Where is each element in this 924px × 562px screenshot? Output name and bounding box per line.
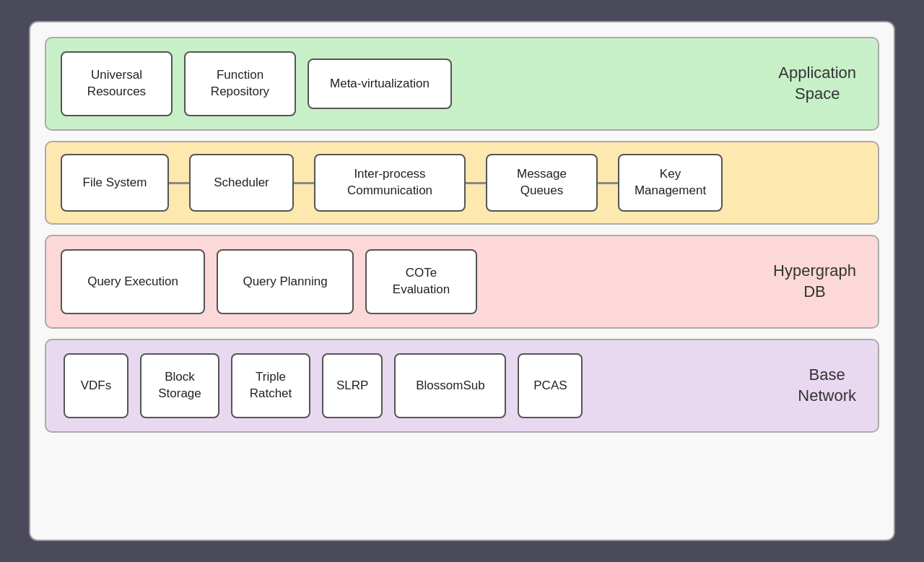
query-planning-box: Query Planning: [217, 249, 354, 314]
file-system-box: File System: [61, 154, 169, 212]
application-space-label: ApplicationSpace: [778, 63, 856, 104]
slrp-box: SLRP: [322, 353, 383, 418]
cote-evaluation-box: COTe Evaluation: [365, 249, 477, 314]
key-management-box: Key Management: [618, 154, 723, 212]
separator-3: [466, 182, 486, 184]
main-diagram: Universal Resources Function Repository …: [29, 21, 895, 541]
scheduler-box: Scheduler: [189, 154, 294, 212]
separator-1: [169, 182, 189, 184]
base-network-layer: VDFs Block Storage Triple Ratchet SLRP B…: [45, 339, 879, 433]
function-repository-box: Function Repository: [184, 51, 296, 116]
block-storage-box: Block Storage: [140, 353, 219, 418]
triple-ratchet-box: Triple Ratchet: [231, 353, 310, 418]
vdfs-box: VDFs: [64, 353, 128, 418]
universal-resources-box: Universal Resources: [61, 51, 173, 116]
base-network-label: BaseNetwork: [798, 365, 856, 406]
meta-virtualization-box: Meta-virtualization: [308, 59, 452, 109]
query-execution-box: Query Execution: [61, 249, 205, 314]
hypergraph-db-layer: Query Execution Query Planning COTe Eval…: [45, 235, 879, 329]
pcas-box: PCAS: [518, 353, 583, 418]
separator-2: [294, 182, 314, 184]
blossomsub-box: BlossomSub: [394, 353, 506, 418]
message-queues-box: Message Queues: [486, 154, 598, 212]
os-layer: File System Scheduler Inter-process Comm…: [45, 141, 879, 225]
ipc-box: Inter-process Communication: [314, 154, 466, 212]
application-space-layer: Universal Resources Function Repository …: [45, 37, 879, 131]
hypergraph-db-label: HypergraphDB: [773, 261, 856, 302]
separator-4: [598, 182, 618, 184]
